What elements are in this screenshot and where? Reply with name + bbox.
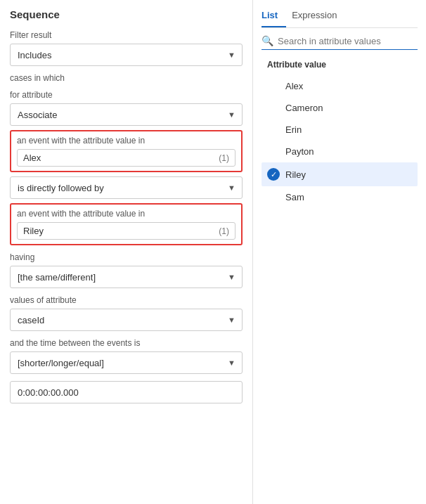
time-input[interactable] [10, 381, 243, 403]
section-title: Sequence [10, 8, 243, 20]
filter-result-label: Filter result [10, 30, 243, 40]
attr-item-label: Sam [285, 192, 304, 202]
for-attribute-label: for attribute [10, 90, 243, 100]
right-panel: List Expression 🔍 Attribute value AlexCa… [253, 0, 426, 504]
left-panel: Sequence Filter result Includes ▼ cases … [0, 0, 253, 504]
filter-result-wrapper: Includes ▼ [10, 44, 243, 66]
attr-list-item[interactable]: Alex [262, 75, 418, 97]
event1-value: Alex [23, 153, 41, 163]
tab-expression[interactable]: Expression [292, 6, 345, 27]
time-between-wrapper: [shorter/longer/equal] ▼ [10, 351, 243, 374]
attr-header: Attribute value [262, 57, 418, 75]
followed-by-wrapper: is directly followed by ▼ [10, 176, 243, 199]
event2-count: (1) [219, 226, 229, 236]
attr-item-label: Riley [285, 169, 306, 180]
attr-item-label: Alex [285, 81, 303, 91]
search-input[interactable] [278, 36, 418, 46]
attr-list-item[interactable]: Cameron [262, 97, 418, 119]
attr-list-item[interactable]: Payton [262, 141, 418, 162]
followed-by-select[interactable]: is directly followed by [10, 176, 243, 199]
tab-list[interactable]: List [262, 6, 286, 27]
event2-value-row[interactable]: Riley (1) [17, 222, 235, 240]
having-label: having [10, 252, 243, 262]
search-box-wrapper: 🔍 [262, 35, 418, 50]
event1-value-row[interactable]: Alex (1) [17, 149, 235, 167]
time-between-select[interactable]: [shorter/longer/equal] [10, 351, 243, 374]
filter-result-select[interactable]: Includes [10, 44, 243, 66]
time-between-label: and the time between the events is [10, 338, 243, 348]
tabs-row: List Expression [262, 6, 418, 28]
time-input-wrapper [10, 381, 243, 403]
event1-label: an event with the attribute value in [17, 136, 235, 146]
event1-box: an event with the attribute value in Ale… [10, 130, 243, 172]
event2-label: an event with the attribute value in [17, 209, 235, 219]
attr-list: AlexCameronErinPayton✓RileySam [262, 75, 418, 208]
attr-item-label: Cameron [285, 103, 323, 113]
values-of-attr-wrapper: caseId ▼ [10, 309, 243, 331]
search-icon: 🔍 [262, 35, 273, 46]
for-attribute-select[interactable]: Associate [10, 103, 243, 126]
attr-list-item[interactable]: Sam [262, 186, 418, 208]
attr-list-item[interactable]: ✓Riley [262, 162, 418, 186]
event2-box: an event with the attribute value in Ril… [10, 203, 243, 245]
having-select[interactable]: [the same/different] [10, 266, 243, 288]
values-of-attr-label: values of attribute [10, 295, 243, 305]
attr-item-label: Erin [285, 124, 302, 135]
having-wrapper: [the same/different] ▼ [10, 266, 243, 288]
attr-check-icon: ✓ [267, 168, 280, 181]
event2-value: Riley [23, 226, 44, 236]
attr-list-item[interactable]: Erin [262, 119, 418, 141]
event1-count: (1) [219, 153, 229, 163]
for-attribute-wrapper: Associate ▼ [10, 103, 243, 126]
cases-in-which-label: cases in which [10, 73, 243, 83]
attr-item-label: Payton [285, 146, 314, 157]
values-of-attr-select[interactable]: caseId [10, 309, 243, 331]
